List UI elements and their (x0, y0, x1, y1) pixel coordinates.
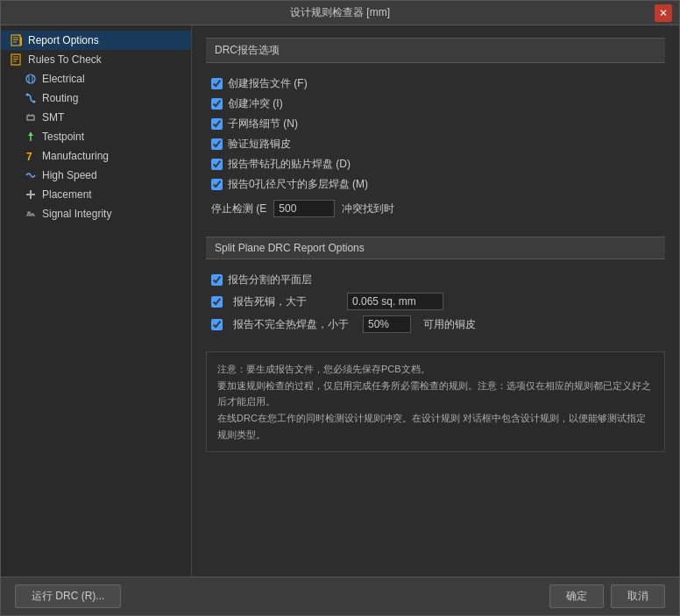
checkbox-report-hole: 报告0孔径尺寸的多层焊盘 (M) (206, 174, 665, 195)
checkbox-subnet-detail: 子网络细节 (N) (206, 114, 665, 134)
rules-icon (10, 53, 24, 67)
label-create-report: 创建报告文件 (F) (228, 76, 308, 91)
routing-icon (24, 91, 38, 105)
checkbox-verify-copper-input[interactable] (211, 138, 223, 150)
cancel-button[interactable]: 取消 (611, 584, 665, 608)
sidebar-label-routing: Routing (42, 92, 78, 104)
confirm-button[interactable]: 确定 (549, 584, 604, 608)
sidebar-label-high-speed: High Speed (42, 169, 97, 181)
stop-row: 停止检测 (E 500 冲突找到时 (206, 195, 665, 223)
label-verify-copper: 验证短路铜皮 (228, 137, 291, 152)
sidebar-label-placement: Placement (42, 188, 92, 201)
checkbox-report-dead-copper-input[interactable] (211, 296, 223, 308)
titlebar: 设计规则检查器 [mm] ✕ (1, 1, 679, 25)
dead-copper-input[interactable]: 0.065 sq. mm (347, 293, 443, 310)
label-report-pad: 报告带钻孔的贴片焊盘 (D) (228, 157, 351, 172)
note-box: 注意：要生成报告文件，您必须先保存PCB文档。 要加速规则检查的过程，仅启用完成… (206, 351, 665, 452)
sidebar-label-smt: SMT (42, 111, 64, 124)
dialog-container: 设计规则检查器 [mm] ✕ Report Options (0, 0, 680, 616)
sidebar: Report Options Rules To Check (1, 25, 192, 577)
sidebar-item-report-options[interactable]: Report Options (1, 31, 191, 50)
sidebar-label-report-options: Report Options (28, 34, 99, 46)
sidebar-item-manufacturing[interactable]: 7 Manufacturing (1, 146, 191, 166)
checkbox-create-conflict-input[interactable] (211, 98, 223, 110)
main-panel: DRC报告选项 创建报告文件 (F) 创建冲突 (I) 子网络细节 (N) 验证… (192, 25, 679, 577)
svg-marker-18 (28, 132, 33, 136)
label-create-conflict: 创建冲突 (I) (228, 96, 283, 111)
label-report-hole: 报告0孔径尺寸的多层焊盘 (M) (228, 177, 368, 192)
incomplete-pad-suffix: 可用的铜皮 (423, 317, 476, 332)
content-area: Report Options Rules To Check (1, 25, 679, 577)
checkbox-report-dead-copper: 报告死铜，大于 0.065 sq. mm (206, 290, 665, 313)
sidebar-item-high-speed[interactable]: High Speed (1, 166, 191, 185)
checkbox-subnet-detail-input[interactable] (211, 118, 223, 130)
section1-header: DRC报告选项 (206, 38, 665, 63)
testpoint-icon (24, 130, 38, 144)
label-subnet-detail: 子网络细节 (N) (228, 117, 298, 131)
label-report-incomplete-pad: 报告不完全热焊盘，小于 (233, 317, 349, 332)
report-icon (10, 33, 24, 47)
stop-label: 停止检测 (E (211, 202, 266, 216)
sidebar-label-rules-to-check: Rules To Check (28, 53, 102, 66)
sidebar-label-signal-integrity: Signal Integrity (42, 208, 111, 220)
checkbox-create-report: 创建报告文件 (F) (206, 74, 665, 94)
incomplete-pad-input[interactable]: 50% (363, 315, 411, 333)
label-report-dead-copper: 报告死铜，大于 (233, 294, 307, 309)
section2-header: Split Plane DRC Report Options (206, 237, 665, 259)
sidebar-label-testpoint: Testpoint (42, 131, 84, 143)
run-drc-button[interactable]: 运行 DRC (R)... (15, 584, 121, 608)
footer-right-buttons: 确定 取消 (549, 584, 665, 608)
svg-rect-14 (27, 116, 34, 120)
sidebar-label-electrical: Electrical (42, 73, 85, 85)
smt-icon (24, 110, 38, 124)
sidebar-item-smt[interactable]: SMT (1, 108, 191, 127)
checkbox-report-pad-input[interactable] (211, 159, 223, 170)
note-text: 注意：要生成报告文件，您必须先保存PCB文档。 要加速规则检查的过程，仅启用完成… (217, 364, 651, 440)
checkbox-create-conflict: 创建冲突 (I) (206, 94, 665, 114)
placement-icon (24, 188, 38, 202)
svg-point-12 (26, 94, 29, 96)
label-report-plane: 报告分割的平面层 (228, 273, 312, 287)
svg-point-13 (33, 101, 36, 103)
split-section: Split Plane DRC Report Options 报告分割的平面层 … (206, 237, 665, 336)
sidebar-item-placement[interactable]: Placement (1, 185, 191, 204)
checkbox-report-plane-input[interactable] (211, 274, 223, 286)
stop-input[interactable]: 500 (273, 200, 335, 217)
checkbox-report-incomplete-pad-input[interactable] (211, 319, 223, 330)
svg-rect-21 (30, 190, 32, 199)
sidebar-item-testpoint[interactable]: Testpoint (1, 127, 191, 146)
dialog-title: 设计规则检查器 [mm] (25, 5, 655, 20)
sidebar-item-signal-integrity[interactable]: Signal Integrity (1, 204, 191, 223)
electrical-icon (24, 72, 38, 86)
svg-point-9 (26, 74, 35, 83)
svg-text:7: 7 (26, 151, 32, 161)
footer: 运行 DRC (R)... 确定 取消 (1, 577, 679, 615)
sidebar-item-rules-to-check[interactable]: Rules To Check (1, 50, 191, 69)
manufacturing-icon: 7 (24, 149, 38, 163)
checkbox-verify-copper: 验证短路铜皮 (206, 134, 665, 154)
sidebar-item-routing[interactable]: Routing (1, 89, 191, 108)
stop-suffix: 冲突找到时 (342, 202, 394, 216)
checkbox-report-incomplete-pad: 报告不完全热焊盘，小于 50% 可用的铜皮 (206, 313, 665, 336)
checkbox-create-report-input[interactable] (211, 78, 223, 89)
sidebar-label-manufacturing: Manufacturing (42, 150, 109, 162)
close-button[interactable]: ✕ (655, 4, 672, 22)
checkbox-report-hole-input[interactable] (211, 179, 223, 190)
checkbox-report-pad: 报告带钻孔的贴片焊盘 (D) (206, 154, 665, 174)
signal-icon (24, 207, 38, 221)
sidebar-item-electrical[interactable]: Electrical (1, 69, 191, 89)
checkbox-report-plane: 报告分割的平面层 (206, 270, 665, 290)
highspeed-icon (24, 168, 38, 182)
